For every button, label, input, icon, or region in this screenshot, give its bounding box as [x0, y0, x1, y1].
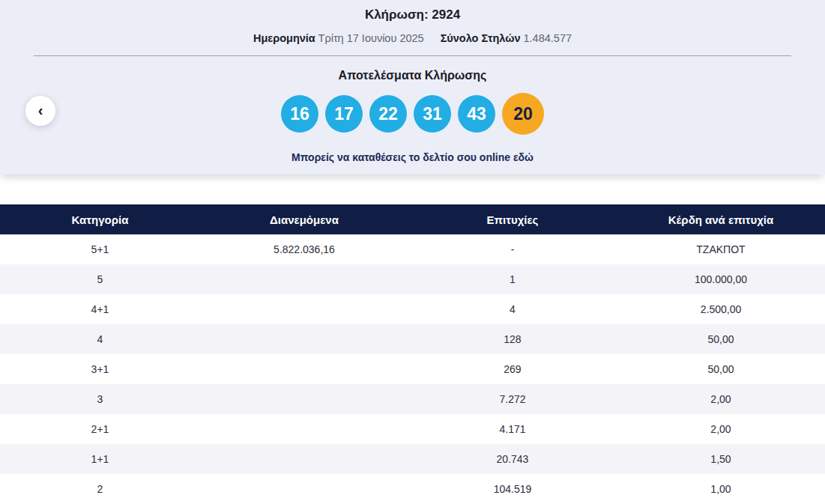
drawn-number-ball: 31	[414, 95, 451, 133]
category-cell: 2	[0, 474, 200, 504]
winners-cell: 4.171	[408, 414, 617, 444]
draw-title: Κλήρωση: 2924	[0, 0, 825, 22]
column-header-dividend: Διανεμόμενα	[200, 204, 408, 234]
winnings-table: Κατηγορία Διανεμόμενα Επιτυχίες Κέρδη αν…	[0, 204, 825, 504]
prize-cell: 50,00	[617, 354, 825, 384]
category-cell: 2+1	[0, 414, 200, 444]
prize-cell: 1,00	[617, 474, 825, 504]
table-row: 5 1 100.000,00	[0, 264, 825, 294]
dividend-cell	[200, 414, 408, 444]
winners-cell: 128	[408, 324, 617, 354]
total-columns: Σύνολο Στηλών 1.484.577	[441, 32, 572, 44]
dividend-cell	[200, 294, 408, 324]
column-header-winners: Επιτυχίες	[408, 204, 617, 234]
dividend-cell	[200, 474, 408, 504]
previous-draw-button[interactable]: ‹	[25, 96, 55, 126]
category-cell: 1+1	[0, 444, 200, 474]
prize-cell: 2,00	[617, 384, 825, 414]
drawn-number-ball: 17	[325, 95, 363, 133]
table-row: 3 7.272 2,00	[0, 384, 825, 414]
drawn-number-ball: 43	[458, 95, 495, 133]
table-header-row: Κατηγορία Διανεμόμενα Επιτυχίες Κέρδη αν…	[0, 204, 825, 234]
draw-hero-section: Κλήρωση: 2924 Ημερομηνία Τρίτη 17 Ιουνίο…	[0, 0, 825, 174]
date-label: Ημερομηνία	[253, 32, 315, 44]
winners-cell: 7.272	[408, 384, 617, 414]
table-row: 3+1 269 50,00	[0, 354, 825, 384]
prize-cell: 2.500,00	[617, 294, 825, 324]
date-value: Τρίτη 17 Ιουνίου 2025	[318, 32, 424, 44]
winners-cell: -	[408, 234, 617, 264]
dividend-cell	[200, 264, 408, 294]
category-cell: 4	[0, 324, 200, 354]
results-title: Αποτελέσματα Κλήρωσης	[0, 69, 825, 82]
winners-cell: 4	[408, 294, 617, 324]
draw-date: Ημερομηνία Τρίτη 17 Ιουνίου 2025	[253, 32, 424, 44]
prize-cell: 50,00	[617, 324, 825, 354]
drawn-numbers: 16 17 22 31 43 20	[0, 92, 825, 136]
dividend-cell	[200, 354, 408, 384]
table-row: 4 128 50,00	[0, 324, 825, 354]
category-cell: 5	[0, 264, 200, 294]
category-cell: 4+1	[0, 294, 200, 324]
dividend-cell	[200, 384, 408, 414]
table-row: 4+1 4 2.500,00	[0, 294, 825, 324]
drawn-number-ball: 16	[281, 95, 318, 133]
column-header-category: Κατηγορία	[0, 204, 200, 234]
dividend-cell: 5.822.036,16	[200, 234, 408, 264]
category-cell: 3	[0, 384, 200, 414]
prize-cell: 2,00	[617, 414, 825, 444]
chevron-left-icon: ‹	[38, 103, 43, 118]
table-row: 2 104.519 1,00	[0, 474, 825, 504]
prize-cell: 1,50	[617, 444, 825, 474]
columns-value: 1.484.577	[524, 32, 572, 44]
bonus-number-ball: 20	[502, 93, 544, 135]
table-row: 5+1 5.822.036,16 - ΤΖΑΚΠΟΤ	[0, 234, 825, 264]
prize-cell: ΤΖΑΚΠΟΤ	[617, 234, 825, 264]
column-header-prize: Κέρδη ανά επιτυχία	[617, 204, 825, 234]
category-cell: 5+1	[0, 234, 200, 264]
dividend-cell	[200, 444, 408, 474]
winners-cell: 1	[408, 264, 617, 294]
winners-cell: 269	[408, 354, 617, 384]
category-cell: 3+1	[0, 354, 200, 384]
prize-cell: 100.000,00	[617, 264, 825, 294]
columns-label: Σύνολο Στηλών	[441, 32, 521, 44]
hero-divider	[34, 55, 791, 56]
winners-cell: 104.519	[408, 474, 617, 504]
winners-cell: 20.743	[408, 444, 617, 474]
dividend-cell	[200, 324, 408, 354]
deposit-online-link[interactable]: Μπορείς να καταθέσεις το δελτίο σου onli…	[291, 151, 534, 163]
drawn-number-ball: 22	[369, 95, 407, 133]
table-row: 1+1 20.743 1,50	[0, 444, 825, 474]
draw-meta: Ημερομηνία Τρίτη 17 Ιουνίου 2025Σύνολο Σ…	[0, 32, 825, 44]
table-row: 2+1 4.171 2,00	[0, 414, 825, 444]
